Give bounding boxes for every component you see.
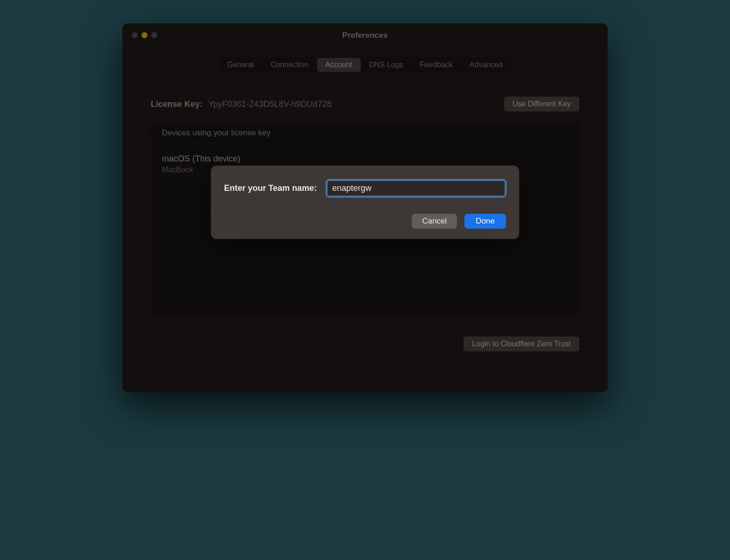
preferences-window: Preferences General Connection Account D… [122, 23, 608, 392]
done-button[interactable]: Done [464, 214, 506, 229]
cancel-button[interactable]: Cancel [412, 214, 457, 229]
dialog-actions: Cancel Done [224, 214, 506, 229]
team-name-label: Enter your Team name: [224, 183, 317, 193]
dialog-input-row: Enter your Team name: [224, 180, 506, 197]
team-name-dialog: Enter your Team name: Cancel Done [211, 166, 519, 239]
team-name-input[interactable] [326, 180, 506, 197]
